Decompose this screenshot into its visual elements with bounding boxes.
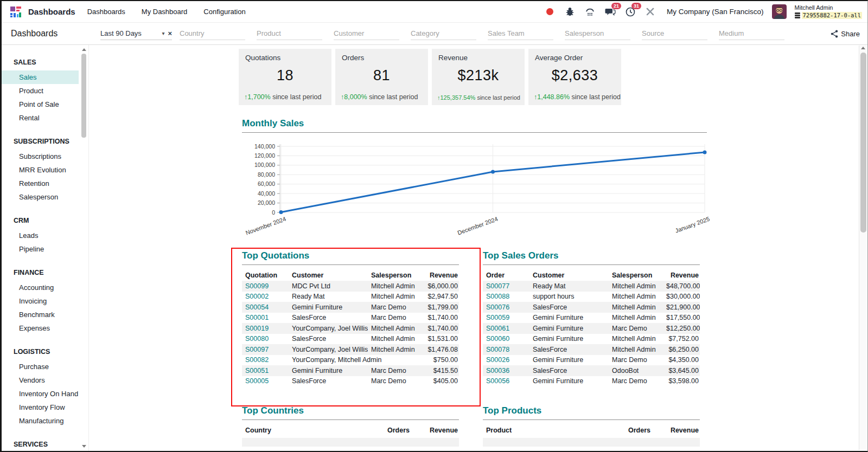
sidebar-item-leads[interactable]: Leads (2, 229, 79, 242)
record-link[interactable]: S00002 (242, 292, 289, 302)
user-menu[interactable]: Mitchell Admin 72955882-17-0-all (795, 4, 862, 19)
sidebar-item-manufacturing[interactable]: Manufacturing (2, 414, 79, 428)
sidebar-section-services: SERVICES (2, 440, 88, 449)
scroll-down-icon[interactable] (82, 445, 86, 448)
share-icon (831, 30, 838, 38)
top-quotations-section: Top QuotationsQuotationCustomerSalespers… (242, 250, 459, 386)
record-link[interactable]: S00061 (483, 323, 529, 334)
record-link[interactable]: S00059 (483, 313, 529, 324)
user-name: Mitchell Admin (795, 4, 862, 11)
scroll-up-icon[interactable] (82, 48, 86, 51)
messages-icon[interactable]: 21 (604, 6, 616, 18)
salesperson-cell: Mitchell Admin (609, 281, 663, 292)
record-link[interactable]: S00080 (242, 334, 289, 345)
date-range-filter[interactable]: Last 90 Days ▾ × (100, 27, 172, 40)
column-header-order: Order (483, 269, 529, 281)
activities-icon[interactable]: 31 (624, 6, 636, 18)
section-divider (242, 419, 459, 420)
record-link[interactable]: S00054 (242, 302, 289, 313)
sidebar-item-benchmark[interactable]: Benchmark (2, 308, 79, 321)
record-link[interactable]: S00088 (483, 292, 529, 302)
main-scrollbar[interactable] (859, 46, 867, 450)
record-link[interactable]: S00001 (242, 313, 289, 324)
sidebar-item-pipeline[interactable]: Pipeline (2, 242, 79, 256)
record-link[interactable]: S00051 (242, 365, 289, 376)
bug-icon[interactable] (564, 6, 576, 18)
avatar[interactable] (772, 4, 787, 19)
sidebar-item-expenses[interactable]: Expenses (2, 321, 79, 335)
record-link[interactable]: S00077 (483, 281, 529, 292)
column-header-revenue: Revenue (422, 269, 459, 281)
record-link[interactable]: S00005 (242, 376, 289, 387)
sidebar-item-inventory-flow[interactable]: Inventory Flow (2, 401, 79, 414)
nav-menu-dashboards[interactable]: Dashboards (87, 8, 125, 16)
recording-indicator-icon[interactable] (544, 6, 556, 18)
record-link[interactable]: S00026 (483, 355, 529, 366)
kpi-card-quotations: Quotations18↑1,700% since last period (239, 49, 331, 105)
sidebar-item-rental[interactable]: Rental (2, 111, 79, 125)
sidebar-item-point-of-sale[interactable]: Point of Sale (2, 98, 79, 111)
record-link[interactable]: S00076 (483, 302, 529, 313)
column-header-customer: Customer (529, 269, 609, 281)
kpi-label: Orders (342, 54, 422, 62)
sidebar-scrollbar-thumb[interactable] (81, 54, 86, 138)
kpi-delta: ↑1,700% since last period (244, 93, 321, 101)
developer-tools-icon[interactable] (644, 6, 656, 18)
record-link[interactable]: S00036 (483, 365, 529, 376)
sidebar-item-inventory-on-hand[interactable]: Inventory On Hand (2, 387, 79, 401)
red-dot (546, 8, 553, 15)
app-window: Dashboards DashboardsMy DashboardConfigu… (0, 0, 868, 452)
company-switcher[interactable]: My Company (San Francisco) (667, 8, 764, 16)
salesperson-cell: Marc Demo (368, 302, 422, 313)
filter-input-category[interactable]: Category (411, 27, 476, 40)
filter-input-salesperson[interactable]: Salesperson (565, 27, 630, 40)
phone-icon[interactable] (584, 6, 596, 18)
revenue-cell: $48,700.00 (663, 281, 700, 292)
sidebar-item-invoicing[interactable]: Invoicing (2, 294, 79, 308)
nav-menu-configuration[interactable]: Configuration (203, 8, 245, 16)
dashboards-app-icon[interactable] (10, 6, 22, 18)
kpi-card-revenue: Revenue$213k↑125,357.54% since last peri… (432, 49, 525, 105)
sidebar-item-salesperson[interactable]: Salesperson (2, 190, 79, 204)
record-link[interactable]: S00019 (242, 323, 289, 334)
sidebar-item-sales[interactable]: Sales (2, 70, 79, 84)
app-name[interactable]: Dashboards (28, 7, 75, 16)
sidebar-item-subscriptions[interactable]: Subscriptions (2, 150, 79, 163)
sidebar-item-purchase[interactable]: Purchase (2, 360, 79, 373)
filter-input-sales-team[interactable]: Sales Team (488, 27, 553, 40)
column-header-product: Product (483, 424, 612, 436)
chevron-down-icon[interactable]: ▾ (162, 30, 164, 36)
scroll-up-icon[interactable] (861, 47, 865, 49)
nav-menu-my-dashboard[interactable]: My Dashboard (142, 8, 188, 16)
filter-input-medium[interactable]: Medium (719, 27, 784, 40)
kpi-value: $2,633 (535, 67, 615, 84)
record-link[interactable]: S00056 (483, 376, 529, 387)
sidebar-item-vendors[interactable]: Vendors (2, 373, 79, 387)
record-link[interactable]: S00099 (242, 281, 289, 292)
column-header-salesperson: Salesperson (368, 269, 422, 281)
sidebar-item-accounting[interactable]: Accounting (2, 281, 79, 294)
table-row: S00036SalesForceOdooBot$3,645.00 (483, 365, 700, 376)
record-link[interactable]: S00097 (242, 344, 289, 355)
filter-input-country[interactable]: Country (180, 27, 245, 40)
clear-filter-icon[interactable]: × (168, 29, 172, 37)
top_sales_orders-title: Top Sales Orders (483, 250, 700, 262)
sidebar-scrollbar[interactable] (81, 47, 87, 449)
record-link[interactable]: S00082 (242, 355, 289, 366)
sidebar-item-retention[interactable]: Retention (2, 177, 79, 190)
filter-input-source[interactable]: Source (642, 27, 707, 40)
sidebar-item-mrr-evolution[interactable]: MRR Evolution (2, 163, 79, 177)
record-link[interactable]: S00060 (483, 334, 529, 345)
customer-cell: SalesForce (289, 334, 368, 345)
svg-text:December 2024: December 2024 (457, 216, 499, 236)
sidebar-section-crm: CRM (2, 216, 88, 225)
kpi-value: $213k (438, 67, 518, 84)
share-button[interactable]: Share (831, 30, 860, 38)
filter-input-customer[interactable]: Customer (334, 27, 399, 40)
record-link[interactable]: S00078 (483, 344, 529, 355)
filter-input-product[interactable]: Product (257, 27, 322, 40)
main-scrollbar-thumb[interactable] (860, 53, 866, 233)
sidebar-item-product[interactable]: Product (2, 84, 79, 98)
table-row: S00078SalesForceMitchell Admin$6,250.00 (483, 344, 700, 355)
customer-cell: Gemini Furniture (529, 376, 609, 387)
